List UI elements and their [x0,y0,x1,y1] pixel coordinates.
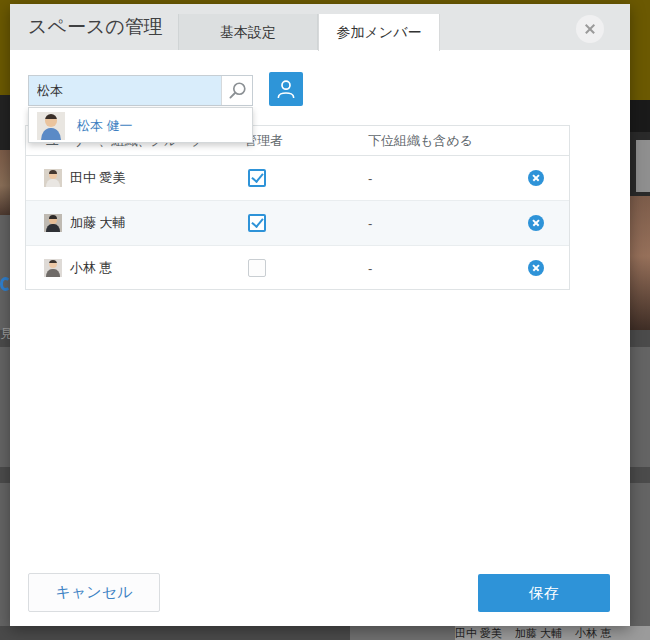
include-sub-value: - [368,216,372,231]
column-header-include-sub: 下位組織も含める [368,126,473,156]
close-icon [584,28,596,30]
member-name: 加藤 大輔 [70,214,126,232]
remove-member-button[interactable] [528,260,544,276]
screen: 見 田中 愛美 加藤 大輔 小林 恵 スペースの管理 基本設定 参加メンバー [0,0,650,640]
avatar [44,214,62,232]
cancel-button[interactable]: キャンセル [28,573,160,612]
include-sub-value: - [368,260,372,275]
space-management-dialog: スペースの管理 基本設定 参加メンバー [10,4,630,626]
search-icon [226,80,248,102]
members-table: ユーザー、組織、グループ 管理者 下位組織も含める 田中 愛美 - 加藤 大輔 … [25,125,570,290]
avatar [44,169,62,187]
background-name: 田中 愛美 [455,626,502,640]
include-sub-value: - [368,171,372,186]
member-name: 田中 愛美 [70,169,126,187]
member-name: 小林 恵 [70,259,113,277]
background-block [630,100,650,132]
select-from-organization-button[interactable] [269,72,303,106]
search-input[interactable] [29,76,221,105]
background-photo [630,196,650,330]
avatar [37,112,65,140]
dialog-header: スペースの管理 基本設定 参加メンバー [10,4,630,50]
admin-checkbox[interactable] [248,259,266,277]
background-member-names: 田中 愛美 加藤 大輔 小林 恵 [455,626,650,640]
background-name: 加藤 大輔 [515,626,562,640]
search-suggestion-item[interactable]: 松本 健一 [28,107,253,143]
member-row: 田中 愛美 - [26,156,569,201]
search-button[interactable] [221,76,252,105]
tab-members[interactable]: 参加メンバー [318,14,440,51]
member-row: 加藤 大輔 - [26,201,569,246]
background-block [0,626,350,640]
person-icon [274,77,298,101]
admin-checkbox[interactable] [248,169,266,187]
close-button[interactable] [576,15,604,43]
background-card [636,140,650,192]
save-button[interactable]: 保存 [478,574,610,612]
member-row: 小林 恵 - [26,246,569,289]
background-block [0,95,10,150]
background-name: 小林 恵 [575,626,611,640]
remove-member-button[interactable] [528,215,544,231]
admin-checkbox[interactable] [248,214,266,232]
background-block [350,626,455,640]
background-partial-text: 見 [0,326,10,342]
background-cover-left [0,0,10,95]
suggestion-name: 松本 健一 [77,108,133,143]
remove-member-button[interactable] [528,170,544,186]
member-search-box [28,75,253,106]
background-cover-right [630,0,650,100]
avatar [44,259,62,277]
background-photo [0,150,10,215]
tab-basic-settings[interactable]: 基本設定 [178,14,318,50]
dialog-title: スペースの管理 [28,4,163,50]
